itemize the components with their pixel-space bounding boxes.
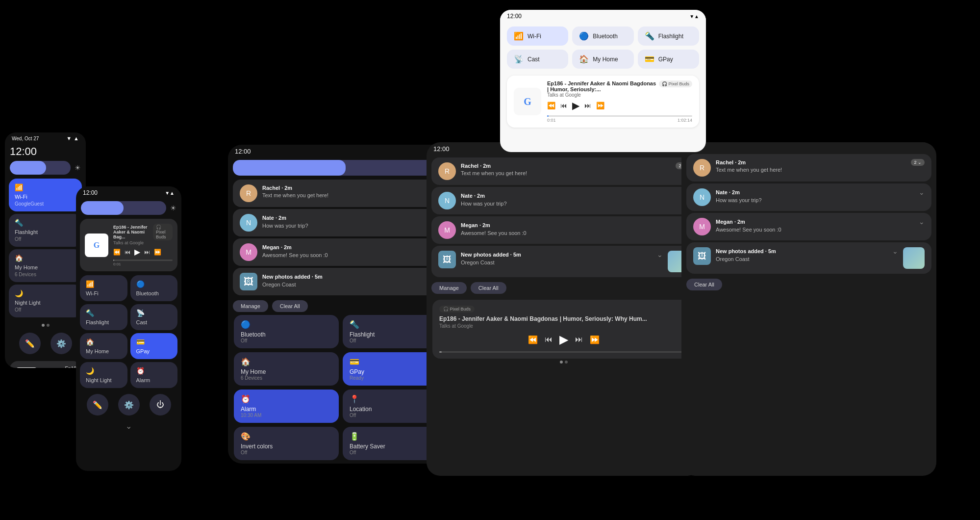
pr-notif-megan[interactable]: M Megan · 2m ⌄ Awesome! See you soon :0 xyxy=(686,213,931,240)
bt2-icon: 🔵 xyxy=(136,280,172,288)
notif-megan[interactable]: M Megan · 2m ⌄ Awesome! See you soon :0 xyxy=(233,238,449,266)
ttr-rewind-icon[interactable]: ⏪ xyxy=(547,102,555,109)
pr-notif-nate[interactable]: N Nate · 2m ⌄ How was your trip? xyxy=(686,183,931,211)
ttr-fastfwd-icon[interactable]: ⏩ xyxy=(596,102,604,109)
ttr-tile-gpay[interactable]: 💳 GPay xyxy=(638,50,699,69)
ttr-skipfwd-icon[interactable]: ⏭ xyxy=(584,102,591,109)
notif-rachel[interactable]: R Rachel · 2m 2 ⌄ Text me when you get h… xyxy=(233,180,449,207)
rachel-avatar: R xyxy=(240,184,257,202)
tile-cast2[interactable]: 📡 Cast xyxy=(130,304,178,330)
tile-night2[interactable]: 🌙 Night Light xyxy=(80,362,127,388)
phone1-time: 12:00 xyxy=(10,145,81,158)
tablet-top-right: 12:00 ▼▲ 📶 Wi-Fi 🔵 Bluetooth 🔦 Flashligh… xyxy=(500,10,706,152)
ttr-tiles-row2: 📡 Cast 🏠 My Home 💳 GPay xyxy=(500,50,706,73)
tile-nightlight[interactable]: 🌙 Night Light Off xyxy=(9,285,82,317)
pr-clear-btn[interactable]: Clear All xyxy=(686,279,722,290)
notif-nate[interactable]: N Nate · 2m ⌄ How was your trip? xyxy=(233,209,449,236)
clear-all-btn[interactable]: Clear All xyxy=(272,300,308,312)
ttr-skipback-icon[interactable]: ⏮ xyxy=(560,102,567,109)
gpay2-icon: 💳 xyxy=(136,338,172,346)
photo-content: New photos added · 5m ⌄ Oregon Coast xyxy=(262,273,442,287)
t1-tile-bt[interactable]: 🔵 Bluetooth Off xyxy=(234,315,339,348)
cast2-icon: 📡 xyxy=(136,309,172,317)
skipback2-icon[interactable]: ⏮ xyxy=(125,249,130,256)
pixel-buds-badge: 🎧 Pixel Buds xyxy=(153,224,173,240)
pr-photo-thumb xyxy=(903,247,925,269)
notif-photos[interactable]: 🖼 New photos added · 5m ⌄ Oregon Coast xyxy=(233,268,449,295)
ttr-media: G Ep186 - Jennifer Aaker & Naomi Bagdona… xyxy=(507,76,699,128)
phone1: Wed, Oct 27 ▼ ▲ 12:00 ☀ 📶 Wi-Fi GoogleGu… xyxy=(5,132,86,368)
tile-home2[interactable]: 🏠 My Home xyxy=(80,333,127,359)
pr-nate-content: Nate · 2m ⌄ How was your trip? xyxy=(716,188,925,203)
ttr-tiles-row1: 📶 Wi-Fi 🔵 Bluetooth 🔦 Flashlight xyxy=(500,23,706,50)
t1-tile-home[interactable]: 🏠 My Home 6 Devices xyxy=(234,352,339,386)
t2-fastfwd-icon[interactable]: ⏩ xyxy=(590,335,600,344)
t2-progress xyxy=(439,351,688,353)
rachel-header: Rachel · 2m 2 ⌄ xyxy=(262,184,442,191)
pr-notif-rachel[interactable]: R Rachel · 2m 2 ⌄ Text me when you get h… xyxy=(686,154,931,182)
nightlight-icon: 🌙 xyxy=(15,289,76,297)
t2-clear-btn[interactable]: Clear All xyxy=(471,282,506,294)
t2-skipfwd-icon[interactable]: ⏭ xyxy=(575,335,583,344)
t2-notif-megan[interactable]: M Megan · 2m ⌄ Awesome! See you soon :0 xyxy=(431,216,696,244)
edit-button[interactable]: ✏️ xyxy=(19,333,41,354)
phone1-action-row: ✏️ ⚙️ xyxy=(5,329,86,358)
tile-alarm2[interactable]: ⏰ Alarm xyxy=(130,362,178,388)
brightness-icon: ☀ xyxy=(75,164,81,172)
t2-notif-photos[interactable]: 🖼 New photos added · 5m ⌄ Oregon Coast xyxy=(431,246,696,277)
phone2-media-thumb: G xyxy=(85,234,108,257)
rewind2-icon[interactable]: ⏪ xyxy=(113,249,121,256)
skipfwd2-icon[interactable]: ⏭ xyxy=(144,249,150,256)
t1-tile-invert[interactable]: 🎨 Invert colors Off xyxy=(234,427,339,460)
megan-avatar: M xyxy=(240,243,257,261)
wifi-icon: 📶 xyxy=(15,183,76,191)
phone1-brightness[interactable]: ☀ xyxy=(5,159,86,177)
megan-content: Megan · 2m ⌄ Awesome! See you soon :0 xyxy=(262,243,442,258)
ttr-tile-flash[interactable]: 🔦 Flashlight xyxy=(638,26,699,46)
pr-rachel-badge: 2 ⌄ xyxy=(911,159,925,166)
fastfwd2-icon[interactable]: ⏩ xyxy=(154,249,161,256)
t2-skipback-icon[interactable]: ⏮ xyxy=(545,335,553,344)
t1-bt-icon: 🔵 xyxy=(241,320,332,329)
tile-myhome[interactable]: 🏠 My Home 6 Devices xyxy=(9,249,82,282)
tile-wifi[interactable]: 📶 Wi-Fi GoogleGuest xyxy=(9,179,82,211)
t1-invert-icon: 🎨 xyxy=(241,432,332,441)
ttr-tile-wifi[interactable]: 📶 Wi-Fi xyxy=(507,26,568,46)
ttr-tile-cast[interactable]: 📡 Cast xyxy=(507,50,568,69)
t2-notif-nate[interactable]: N Nate · 2m ⌄ How was your trip? xyxy=(431,187,696,214)
ttr-play-icon[interactable]: ▶ xyxy=(572,100,579,111)
tablet2: 12:00 ▼▲ R Rachel · 2m 2 ⌄ Text me when … xyxy=(427,142,701,476)
t2-pixel-buds: 🎧 Pixel Buds xyxy=(439,306,475,312)
t2-media-controls: ⏪ ⏮ ▶ ⏭ ⏩ xyxy=(439,333,688,346)
t2-media-title: Ep186 - Jennifer Aaker & Naomi Bagdonas … xyxy=(439,315,688,322)
settings-button[interactable]: ⚙️ xyxy=(50,333,72,354)
phone2-media-sub: Talks at Google xyxy=(113,240,173,245)
ttr-progress-fill xyxy=(547,115,549,117)
power2-btn[interactable]: ⏻ xyxy=(150,394,171,416)
tile-wifi2[interactable]: 📶 Wi-Fi xyxy=(80,275,127,301)
pr-megan-chevron: ⌄ xyxy=(919,218,925,226)
t2-manage-btn[interactable]: Manage xyxy=(431,282,467,294)
settings2-btn[interactable]: ⚙️ xyxy=(118,394,140,416)
ttr-tile-bt[interactable]: 🔵 Bluetooth xyxy=(572,26,633,46)
phone2-brightness[interactable]: ☀ xyxy=(76,199,181,217)
t2-notif-rachel[interactable]: R Rachel · 2m 2 ⌄ Text me when you get h… xyxy=(431,157,696,185)
pr-notif-photos[interactable]: 🖼 New photos added · 5m ⌄ Oregon Coast xyxy=(686,242,931,274)
edit2-btn[interactable]: ✏️ xyxy=(87,394,108,416)
ttr-media-info: Ep186 - Jennifer Aaker & Naomi Bagdonas … xyxy=(547,80,692,123)
manage-btn[interactable]: Manage xyxy=(233,300,268,312)
t2-play-icon[interactable]: ▶ xyxy=(559,333,568,346)
phone1-tiles: 📶 Wi-Fi GoogleGuest 🔦 Flashlight Off 🏠 M… xyxy=(5,177,86,322)
t1-tile-alarm[interactable]: ⏰ Alarm 10:30 AM xyxy=(234,390,339,423)
t2-rewind-icon[interactable]: ⏪ xyxy=(528,335,538,344)
phone1-time-row: 12:00 xyxy=(5,144,86,159)
tile-flashlight[interactable]: 🔦 Flashlight Off xyxy=(9,214,82,247)
nate-avatar: N xyxy=(240,214,257,232)
tablet1-brightness[interactable]: ☀ xyxy=(228,158,453,178)
ttr-tile-home[interactable]: 🏠 My Home xyxy=(572,50,633,69)
play2-icon[interactable]: ▶ xyxy=(134,247,140,257)
night2-icon: 🌙 xyxy=(86,367,122,375)
tile-flash2[interactable]: 🔦 Flashlight xyxy=(80,304,127,330)
tile-gpay2[interactable]: 💳 GPay xyxy=(130,333,178,359)
tile-bt2[interactable]: 🔵 Bluetooth xyxy=(130,275,178,301)
